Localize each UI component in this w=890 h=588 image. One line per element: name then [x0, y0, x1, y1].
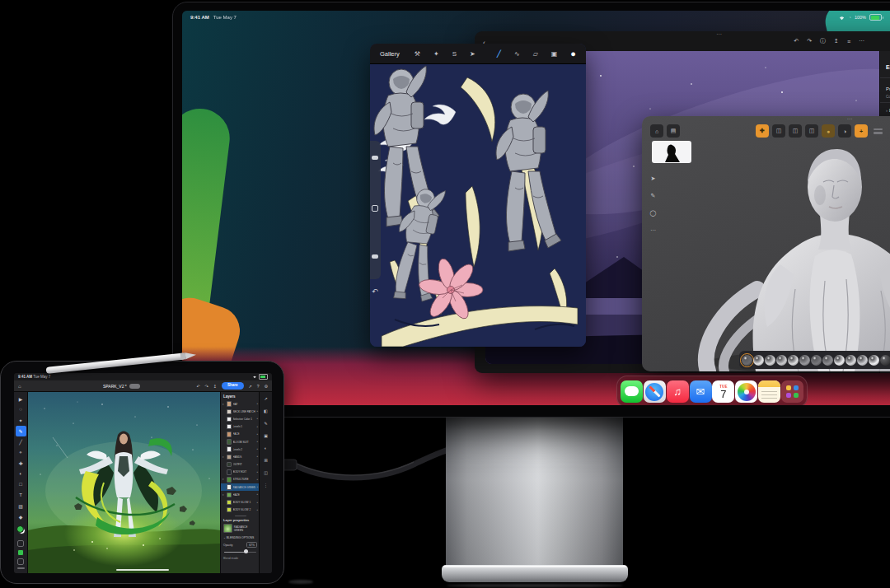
safari-icon[interactable] — [644, 380, 666, 403]
layer-row[interactable]: FACE● — [221, 431, 260, 438]
panel-drag-handle[interactable] — [235, 516, 246, 517]
matcap-swatch-6[interactable] — [799, 355, 810, 366]
matcap-swatch-13[interactable] — [880, 355, 890, 366]
home-icon[interactable]: ⌂ — [18, 384, 21, 389]
detail-labels-icon[interactable] — [871, 124, 884, 138]
layer-visibility-icon[interactable]: ● — [256, 471, 258, 474]
layer-row[interactable]: RADIANCE GREEN● — [221, 483, 260, 491]
brush-opacity-slider[interactable] — [372, 254, 378, 259]
photoshop-canvas[interactable] — [28, 392, 220, 573]
view-option[interactable] — [17, 558, 24, 565]
layer-row[interactable]: Selective Color 1● — [221, 415, 260, 422]
layer-visibility-icon[interactable]: ● — [256, 464, 258, 466]
layer-row[interactable]: Levels 1● — [221, 423, 260, 431]
matcap-swatch-2[interactable] — [753, 355, 764, 366]
grid-icon[interactable]: ⊞ — [264, 458, 267, 463]
help-icon[interactable]: ? — [257, 384, 260, 389]
opacity-slider[interactable] — [224, 548, 256, 555]
pc-smudge-icon[interactable]: ∿ — [514, 50, 520, 58]
undo-icon[interactable]: ↶ — [372, 287, 378, 296]
matcap-swatch-5[interactable] — [788, 355, 799, 366]
layer-visibility-icon[interactable]: ● — [256, 403, 258, 405]
select-arrow-icon[interactable]: ➤ — [651, 175, 656, 182]
blending-options-toggle[interactable]: ⌄ BLENDING OPTIONS — [223, 536, 260, 539]
window-grabber[interactable]: ⋯ — [475, 31, 890, 37]
foreground-color[interactable] — [16, 525, 24, 533]
matcap-swatch-12[interactable] — [869, 355, 879, 366]
undo-icon[interactable]: ↶ — [794, 37, 799, 45]
add-icon[interactable]: + — [855, 124, 868, 138]
redo-icon[interactable]: ↷ — [205, 384, 208, 389]
gradient-icon[interactable]: ▨ — [16, 501, 26, 511]
dodge-icon[interactable]: ◐ — [16, 469, 26, 479]
pc-eraser-icon[interactable]: ▱ — [533, 50, 538, 58]
collapse-handle[interactable] — [17, 567, 25, 569]
matcap-swatch-3[interactable] — [765, 355, 775, 366]
presets-icon[interactable]: ≡ — [847, 37, 850, 45]
procreate-sidebar[interactable] — [370, 141, 381, 279]
share-icon[interactable]: ↥ — [834, 37, 839, 45]
matcap-swatch-1[interactable] — [742, 355, 752, 366]
color-wells[interactable] — [16, 525, 26, 535]
settings-icon[interactable]: ⚙ — [265, 384, 268, 389]
lasso-icon[interactable]: ◌ — [16, 404, 26, 415]
more-icon[interactable]: ⋯ — [859, 37, 864, 45]
properties-icon[interactable]: ▣ — [264, 433, 268, 438]
messages-icon[interactable] — [621, 380, 643, 403]
undo-icon[interactable]: ↶ — [196, 384, 199, 389]
music-icon[interactable] — [667, 380, 689, 403]
eyedropper-icon[interactable]: ◆ — [16, 511, 26, 522]
layer-row[interactable]: ▾HAT● — [221, 400, 260, 408]
pencil-icon[interactable]: ╱ — [16, 436, 26, 447]
layer-row[interactable]: BODY EDIT● — [221, 469, 260, 476]
pc-brush-icon[interactable]: ╱ — [497, 50, 501, 58]
adjustments-wand-icon[interactable]: ✦ — [433, 50, 439, 58]
layer-row[interactable]: NECK LINE PATCH● — [221, 408, 260, 415]
layer-visibility-icon[interactable]: ● — [256, 433, 258, 436]
export-icon[interactable]: ↗ — [264, 396, 267, 401]
layer-row[interactable]: ▾STRUCTURE● — [221, 476, 260, 483]
pc-color-icon[interactable]: ● — [570, 49, 576, 58]
layer-row[interactable]: Levels 2● — [221, 446, 260, 453]
layer-caret-icon[interactable]: ▾ — [222, 403, 225, 406]
mail-icon[interactable] — [690, 380, 712, 403]
modify-button[interactable] — [372, 205, 378, 212]
opacity-value[interactable]: 67% — [246, 542, 257, 548]
view-option[interactable] — [17, 540, 24, 547]
home-indicator[interactable] — [116, 569, 169, 572]
calendar-icon[interactable]: TUE7 — [712, 380, 734, 403]
gallery-button[interactable]: Gallery — [380, 50, 400, 58]
pen-icon[interactable]: ✎ — [651, 193, 656, 199]
green-swatch[interactable] — [17, 549, 24, 556]
matcap-sphere-icon[interactable]: ● — [822, 124, 835, 138]
photos-icon[interactable] — [735, 380, 757, 403]
move-icon[interactable]: ▶ — [16, 394, 26, 404]
more-v-icon[interactable]: ⋮ — [264, 483, 268, 488]
mirror-x-icon[interactable]: ◫ — [772, 124, 785, 138]
split-view-icon[interactable]: ◧ — [264, 408, 268, 413]
mirror-z-icon[interactable]: ◫ — [805, 124, 818, 138]
layer-caret-icon[interactable]: ▾ — [222, 493, 225, 497]
type-icon[interactable]: T — [16, 490, 26, 501]
reference-thumbnail[interactable] — [652, 141, 691, 163]
layer-visibility-icon[interactable]: ● — [256, 509, 258, 511]
layer-visibility-icon[interactable]: ● — [256, 478, 258, 481]
procreate-canvas[interactable] — [370, 64, 586, 347]
matcap-swatch-11[interactable] — [857, 355, 868, 366]
app-library-icon[interactable] — [781, 380, 803, 403]
layer-row[interactable]: BODY GLOW 2● — [221, 506, 260, 514]
healing-icon[interactable]: ✚ — [16, 458, 26, 469]
layer-row[interactable]: ▾HAZE● — [221, 491, 260, 498]
columns-icon[interactable]: ◫ — [264, 470, 268, 475]
circle-tool-icon[interactable]: ◯ — [650, 210, 657, 217]
layer-row[interactable]: OUTFIT● — [221, 461, 260, 469]
layer-visibility-icon[interactable]: ● — [256, 455, 258, 458]
brush-size-slider[interactable] — [372, 156, 378, 160]
layer-visibility-icon[interactable]: ● — [256, 486, 258, 488]
crop-icon[interactable]: □ — [16, 479, 26, 490]
share-button[interactable]: Share — [222, 382, 244, 390]
matcap-swatch-9[interactable] — [834, 355, 845, 366]
layer-row[interactable]: ▾HANDS● — [221, 453, 260, 460]
gizmo-crosshair-icon[interactable]: ✚ — [756, 124, 769, 138]
layer-visibility-icon[interactable]: ● — [256, 448, 258, 450]
